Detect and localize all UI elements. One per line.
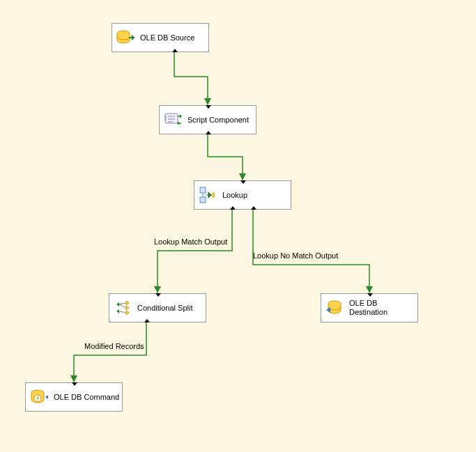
node-ole-db-source[interactable]: OLE DB Source	[112, 23, 209, 52]
db-command-icon: ?	[29, 387, 49, 407]
svg-marker-9	[116, 309, 119, 313]
lookup-icon	[197, 185, 218, 205]
node-ole-db-destination[interactable]: OLE DB Destination	[321, 293, 418, 322]
svg-text:?: ?	[36, 396, 40, 402]
node-label: Lookup	[222, 191, 247, 200]
node-label: Script Component	[187, 116, 249, 125]
svg-rect-3	[200, 197, 206, 203]
edge-label-lookup-nomatch: Lookup No Match Output	[253, 251, 338, 260]
edge-lookup-match[interactable]	[158, 210, 232, 293]
db-source-icon	[115, 27, 136, 48]
db-destination-icon	[324, 297, 345, 318]
svg-marker-8	[116, 302, 119, 306]
node-conditional-split[interactable]: Conditional Split	[109, 293, 206, 322]
node-label: OLE DB Source	[140, 33, 194, 42]
svg-line-13	[119, 303, 126, 304]
node-script-component[interactable]: Script Component	[159, 105, 256, 134]
svg-marker-10	[126, 301, 129, 305]
svg-rect-2	[200, 187, 206, 193]
svg-marker-5	[208, 192, 211, 198]
edge-script-to-lookup[interactable]	[208, 134, 243, 180]
edge-source-to-script[interactable]	[174, 52, 208, 104]
node-ole-db-command[interactable]: ? OLE DB Command	[25, 382, 123, 412]
node-label: OLE DB Command	[54, 393, 119, 402]
edge-modified-records[interactable]	[74, 322, 146, 382]
edge-label-lookup-match: Lookup Match Output	[154, 237, 227, 246]
svg-line-14	[119, 304, 126, 308]
svg-marker-11	[126, 306, 129, 310]
svg-line-15	[119, 311, 126, 313]
split-icon	[112, 297, 133, 318]
node-label: OLE DB Destination	[349, 299, 417, 316]
svg-marker-12	[126, 311, 129, 315]
script-icon	[162, 109, 183, 130]
node-lookup[interactable]: Lookup	[194, 180, 291, 210]
edge-label-modified-records: Modified Records	[84, 342, 144, 350]
svg-marker-19	[45, 395, 48, 399]
node-label: Conditional Split	[137, 304, 193, 313]
